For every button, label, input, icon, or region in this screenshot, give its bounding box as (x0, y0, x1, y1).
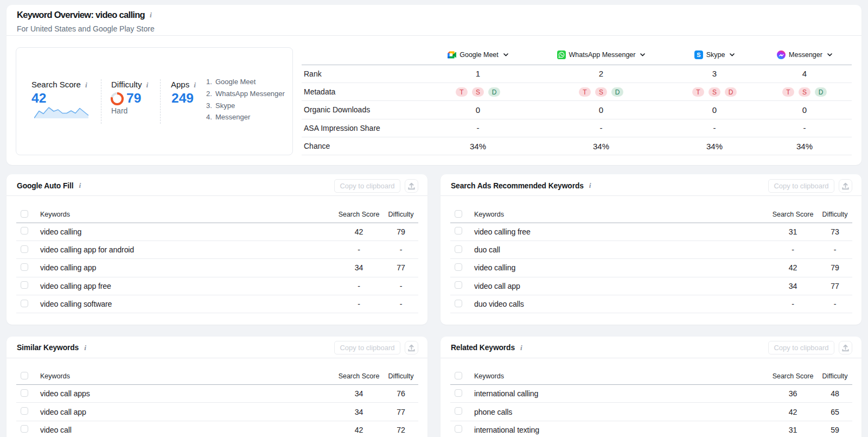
svg-text:S: S (697, 52, 700, 58)
